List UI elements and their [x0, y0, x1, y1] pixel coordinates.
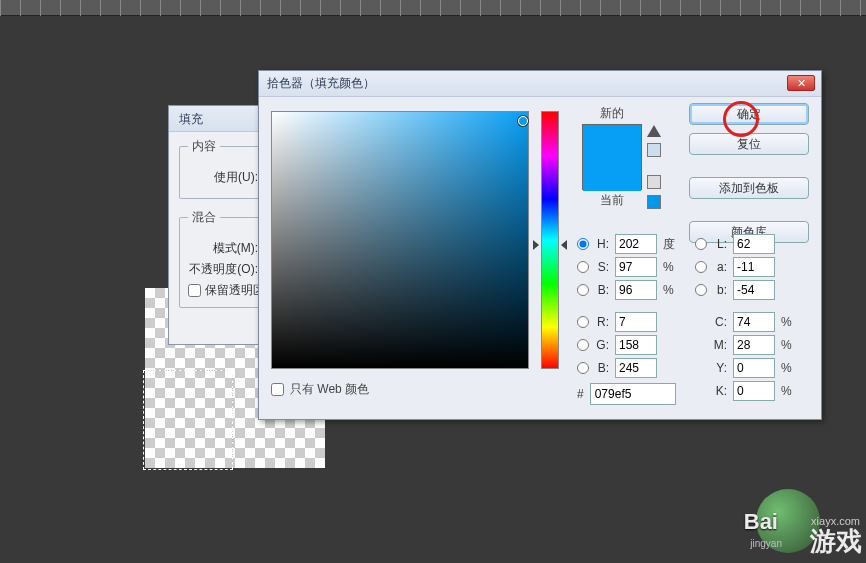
gamut-warning-icon[interactable]: [647, 125, 661, 137]
web-only-label: 只有 Web 颜色: [290, 381, 369, 398]
radio-rgb-b[interactable]: [577, 362, 589, 374]
label-a: a:: [713, 260, 727, 274]
radio-l[interactable]: [695, 238, 707, 250]
radio-b[interactable]: [577, 284, 589, 296]
label-hsv-b: B:: [595, 283, 609, 297]
watermark-jingyan: jingyan: [750, 538, 782, 549]
input-rgb-b[interactable]: [615, 358, 657, 378]
saturation-value-box[interactable]: [271, 111, 529, 369]
input-a[interactable]: [733, 257, 775, 277]
label-rgb-b: B:: [595, 361, 609, 375]
unit-hsv-b: %: [663, 283, 677, 297]
watermark: Bai jingyan xiayx.com 游戏: [666, 463, 866, 563]
current-label: 当前: [577, 192, 647, 209]
cube-icon[interactable]: [647, 175, 661, 189]
radio-lab-b[interactable]: [695, 284, 707, 296]
input-m[interactable]: [733, 335, 775, 355]
input-g[interactable]: [615, 335, 657, 355]
hue-bar[interactable]: [541, 111, 559, 369]
label-r: R:: [595, 315, 609, 329]
hue-slider-arrow[interactable]: [533, 240, 539, 250]
label-m: M:: [713, 338, 727, 352]
radio-s[interactable]: [577, 261, 589, 273]
radio-h[interactable]: [577, 238, 589, 250]
new-label: 新的: [577, 105, 647, 122]
label-h: H:: [595, 237, 609, 251]
color-picker-dialog: 拾色器（填充颜色） ✕ 新的 当前 确定 复位: [258, 70, 822, 420]
input-hex[interactable]: [590, 383, 676, 405]
mode-label: 模式(M):: [188, 240, 258, 257]
color-swatch: [582, 124, 642, 190]
input-c[interactable]: [733, 312, 775, 332]
input-hsv-b[interactable]: [615, 280, 657, 300]
blend-legend: 混合: [188, 209, 220, 226]
input-y[interactable]: [733, 358, 775, 378]
gamut-icons: [647, 125, 661, 209]
watermark-baidu: Bai: [744, 509, 778, 535]
hex-prefix: #: [577, 387, 584, 401]
selection-marquee: [143, 370, 233, 470]
input-k[interactable]: [733, 381, 775, 401]
input-lab-b[interactable]: [733, 280, 775, 300]
label-k: K:: [713, 384, 727, 398]
ruler: [0, 0, 866, 16]
input-s[interactable]: [615, 257, 657, 277]
add-to-swatches-button[interactable]: 添加到色板: [689, 177, 809, 199]
unit-y: %: [781, 361, 795, 375]
web-only-checkbox[interactable]: [271, 383, 284, 396]
label-lab-b: b:: [713, 283, 727, 297]
preserve-transparency-label: 保留透明区: [205, 282, 265, 299]
label-l: L:: [713, 237, 727, 251]
label-s: S:: [595, 260, 609, 274]
color-picker-title-text: 拾色器（填充颜色）: [267, 75, 375, 92]
unit-s: %: [663, 260, 677, 274]
radio-r[interactable]: [577, 316, 589, 328]
content-legend: 内容: [188, 138, 220, 155]
gamut-warning-swatch[interactable]: [647, 143, 661, 157]
swatch-new: [583, 125, 641, 158]
radio-g[interactable]: [577, 339, 589, 351]
watermark-youxi: 游戏: [810, 524, 862, 559]
label-g: G:: [595, 338, 609, 352]
label-c: C:: [713, 315, 727, 329]
use-label: 使用(U):: [188, 169, 258, 186]
label-y: Y:: [713, 361, 727, 375]
input-l[interactable]: [733, 234, 775, 254]
websafe-swatch[interactable]: [647, 195, 661, 209]
unit-c: %: [781, 315, 795, 329]
unit-h: 度: [663, 236, 677, 253]
unit-m: %: [781, 338, 795, 352]
sv-marker[interactable]: [518, 116, 528, 126]
opacity-label: 不透明度(O):: [188, 261, 258, 278]
unit-k: %: [781, 384, 795, 398]
hue-slider-arrow[interactable]: [561, 240, 567, 250]
close-button[interactable]: ✕: [787, 75, 815, 91]
radio-a[interactable]: [695, 261, 707, 273]
preserve-transparency-checkbox[interactable]: [188, 284, 201, 297]
input-h[interactable]: [615, 234, 657, 254]
swatch-current[interactable]: [583, 158, 641, 191]
input-r[interactable]: [615, 312, 657, 332]
color-picker-title: 拾色器（填充颜色） ✕: [259, 71, 821, 97]
reset-button[interactable]: 复位: [689, 133, 809, 155]
ok-button[interactable]: 确定: [689, 103, 809, 125]
